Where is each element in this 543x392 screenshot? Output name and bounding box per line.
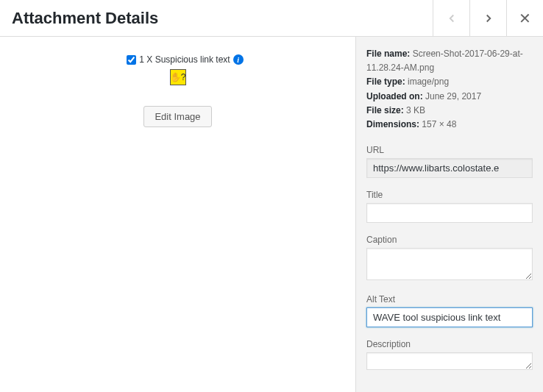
file-type-label: File type: <box>366 76 405 87</box>
page-title: Attachment Details <box>0 0 433 36</box>
file-size-value: 3 KB <box>406 105 425 115</box>
edit-image-button[interactable]: Edit Image <box>143 106 211 127</box>
url-label: URL <box>366 145 533 155</box>
title-field-group: Title <box>366 190 533 223</box>
title-label: Title <box>366 190 533 200</box>
alt-text-label: Alt Text <box>366 294 533 304</box>
description-field-group: Description <box>366 339 533 372</box>
modal-body: 1 X Suspicious link text i ✋? Edit Image… <box>0 37 543 392</box>
uploaded-on-label: Uploaded on: <box>366 91 423 101</box>
alt-text-field-group: Alt Text <box>366 294 533 327</box>
url-input[interactable] <box>366 158 533 178</box>
caption-field-group: Caption <box>366 235 533 282</box>
caption-label: Caption <box>366 235 533 245</box>
uploaded-on-value: June 29, 2017 <box>425 91 481 101</box>
chevron-right-icon <box>482 12 495 25</box>
dimensions-label: Dimensions: <box>366 119 419 129</box>
header-nav: ✕ <box>433 0 543 36</box>
caption-input[interactable] <box>366 248 533 280</box>
title-input[interactable] <box>366 203 533 223</box>
details-sidebar: File name: Screen-Shot-2017-06-29-at-11.… <box>355 37 543 392</box>
close-button[interactable]: ✕ <box>506 0 543 36</box>
wave-alert-row: 1 X Suspicious link text i <box>127 54 243 65</box>
url-field-group: URL <box>366 145 533 178</box>
attachment-thumbnail: ✋? <box>170 69 186 85</box>
wave-alert-label: 1 X Suspicious link text <box>139 54 230 65</box>
wave-checkbox[interactable] <box>127 55 136 65</box>
attachment-preview-area: 1 X Suspicious link text i ✋? Edit Image <box>0 37 355 392</box>
prev-button[interactable] <box>433 0 469 36</box>
description-label: Description <box>366 339 533 349</box>
file-size-label: File size: <box>366 105 404 115</box>
file-meta: File name: Screen-Shot-2017-06-29-at-11.… <box>366 47 533 132</box>
next-button[interactable] <box>469 0 506 36</box>
chevron-left-icon <box>445 12 458 25</box>
thumbnail-glyph: ✋? <box>170 72 186 82</box>
alt-text-input[interactable] <box>366 307 533 327</box>
close-icon: ✕ <box>519 10 531 27</box>
modal-header: Attachment Details ✕ <box>0 0 543 37</box>
description-input[interactable] <box>366 352 533 370</box>
file-name-label: File name: <box>366 49 410 59</box>
file-type-value: image/png <box>408 76 449 87</box>
info-icon[interactable]: i <box>233 54 244 65</box>
dimensions-value: 157 × 48 <box>422 119 456 129</box>
